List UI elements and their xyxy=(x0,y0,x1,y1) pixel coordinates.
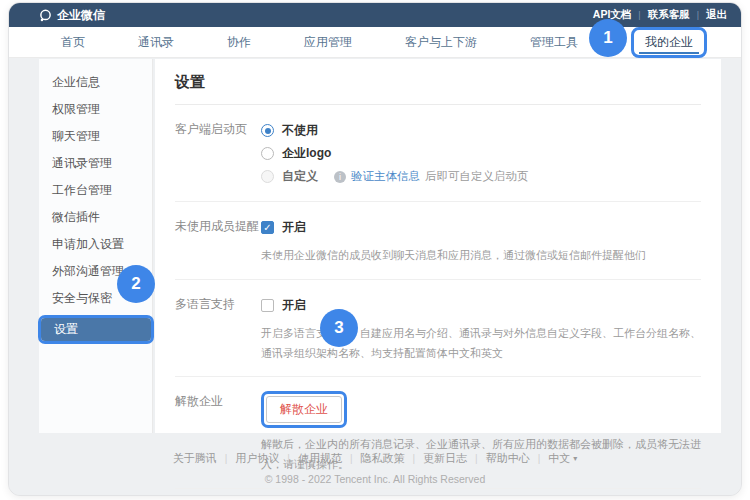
row-label: 未使用成员提醒 xyxy=(175,216,261,266)
annotation-box-dissolve-button: 解散企业 xyxy=(261,391,347,428)
sidebar-item-permissions[interactable]: 权限管理 xyxy=(39,96,152,123)
checkmark-icon: ✓ xyxy=(263,223,271,233)
caret-down-icon: ▾ xyxy=(573,454,577,463)
save-row: 保存更改 xyxy=(175,489,701,496)
footer-link-changelog[interactable]: 更新日志 xyxy=(423,451,467,466)
radio-icon xyxy=(261,170,274,183)
sidebar-item-settings[interactable]: 设置 xyxy=(41,318,151,341)
footer-link-usage-rules[interactable]: 使用规范 xyxy=(298,451,342,466)
nav-item-app-management[interactable]: 应用管理 xyxy=(304,34,352,51)
description-text: 未使用企业微信的成员收到聊天消息和应用消息，通过微信或短信邮件提醒他们 xyxy=(261,246,701,266)
row-unused-member-reminder: 未使用成员提醒 ✓ 开启 未使用企业微信的成员收到聊天消息和应用消息，通过微信或… xyxy=(175,202,701,280)
annotation-step-3-badge: 3 xyxy=(320,309,358,347)
annotation-box-my-company: 我的企业 xyxy=(631,27,707,58)
radio-option-company-logo[interactable]: 企业logo xyxy=(261,142,701,165)
annotation-step-2-badge: 2 xyxy=(117,265,155,303)
custom-hint: i 验证主体信息 后即可自定义启动页 xyxy=(334,169,529,184)
wework-chat-bubble-icon xyxy=(39,9,52,22)
language-label: 中文 xyxy=(548,451,570,466)
separator: | xyxy=(412,453,415,464)
app-logo-text: 企业微信 xyxy=(57,7,105,24)
radio-option-not-use[interactable]: 不使用 xyxy=(261,119,701,142)
footer: 关于腾讯 | 用户协议 | 使用规范 | 隐私政策 | 更新日志 | 帮助中心 … xyxy=(9,451,741,485)
settings-sidebar: 企业信息 权限管理 聊天管理 通讯录管理 工作台管理 微信插件 申请加入设置 外… xyxy=(39,59,153,433)
annotation-step-1-badge: 1 xyxy=(589,19,627,57)
separator: | xyxy=(538,453,541,464)
sidebar-item-chat-management[interactable]: 聊天管理 xyxy=(39,123,152,150)
separator: | xyxy=(225,453,228,464)
radio-icon[interactable] xyxy=(261,147,274,160)
settings-panel: 设置 客户端启动页 不使用 企业logo 自定义 xyxy=(155,59,721,433)
radio-icon[interactable] xyxy=(261,124,274,137)
app-logo: 企业微信 xyxy=(39,7,105,24)
copyright-text: © 1998 - 2022 Tencent Inc. All Rights Re… xyxy=(9,473,741,485)
footer-link-user-agreement[interactable]: 用户协议 xyxy=(235,451,279,466)
row-client-launch-page: 客户端启动页 不使用 企业logo 自定义 i xyxy=(175,105,701,202)
dissolve-company-button[interactable]: 解散企业 xyxy=(266,396,342,423)
info-icon: i xyxy=(334,171,346,183)
separator: | xyxy=(697,10,699,20)
sidebar-item-wechat-plugin[interactable]: 微信插件 xyxy=(39,204,152,231)
sidebar-item-workbench[interactable]: 工作台管理 xyxy=(39,177,152,204)
separator: | xyxy=(638,10,640,20)
row-multilanguage-support: 多语言支持 开启 开启多语言支持时，自建应用名与介绍、通讯录与对外信息自定义字段… xyxy=(175,280,701,378)
hint-text: 后即可自定义启动页 xyxy=(425,169,529,184)
nav-item-admin-tools[interactable]: 管理工具 xyxy=(530,34,578,51)
sidebar-item-company-info[interactable]: 企业信息 xyxy=(39,69,152,96)
admin-console-window: 企业微信 API文档 | 联系客服 | 退出 首页 通讯录 协作 应用管理 客户… xyxy=(8,2,742,496)
checkbox-option-enable-reminder[interactable]: ✓ 开启 xyxy=(261,216,701,239)
radio-option-custom[interactable]: 自定义 i 验证主体信息 后即可自定义启动页 xyxy=(261,165,701,188)
topbar-link-logout[interactable]: 退出 xyxy=(706,8,727,22)
checkbox-unchecked-icon[interactable] xyxy=(261,299,274,312)
nav-item-customers[interactable]: 客户与上下游 xyxy=(405,34,477,51)
nav-item-my-company[interactable]: 我的企业 xyxy=(645,35,693,50)
primary-nav: 首页 通讯录 协作 应用管理 客户与上下游 管理工具 我的企业 xyxy=(9,27,741,58)
nav-item-contacts[interactable]: 通讯录 xyxy=(138,34,174,51)
sidebar-item-contacts-management[interactable]: 通讯录管理 xyxy=(39,150,152,177)
page-title: 设置 xyxy=(175,59,701,104)
nav-item-collaboration[interactable]: 协作 xyxy=(227,34,251,51)
footer-link-help-center[interactable]: 帮助中心 xyxy=(486,451,530,466)
verify-subject-link[interactable]: 验证主体信息 xyxy=(351,169,420,184)
separator: | xyxy=(287,453,290,464)
checkbox-checked-icon[interactable]: ✓ xyxy=(261,221,274,234)
language-selector[interactable]: 中文 ▾ xyxy=(548,451,577,466)
separator: | xyxy=(475,453,478,464)
row-label: 客户端启动页 xyxy=(175,119,261,188)
footer-link-about-tencent[interactable]: 关于腾讯 xyxy=(173,451,217,466)
topbar-link-contact-support[interactable]: 联系客服 xyxy=(648,8,690,22)
row-label: 多语言支持 xyxy=(175,294,261,364)
annotation-box-settings: 设置 xyxy=(38,315,154,344)
sidebar-item-join-settings[interactable]: 申请加入设置 xyxy=(39,231,152,258)
nav-item-home[interactable]: 首页 xyxy=(61,34,85,51)
footer-links: 关于腾讯 | 用户协议 | 使用规范 | 隐私政策 | 更新日志 | 帮助中心 … xyxy=(9,451,741,466)
footer-link-privacy-policy[interactable]: 隐私政策 xyxy=(360,451,404,466)
separator: | xyxy=(350,453,353,464)
topbar: 企业微信 API文档 | 联系客服 | 退出 xyxy=(9,3,741,27)
